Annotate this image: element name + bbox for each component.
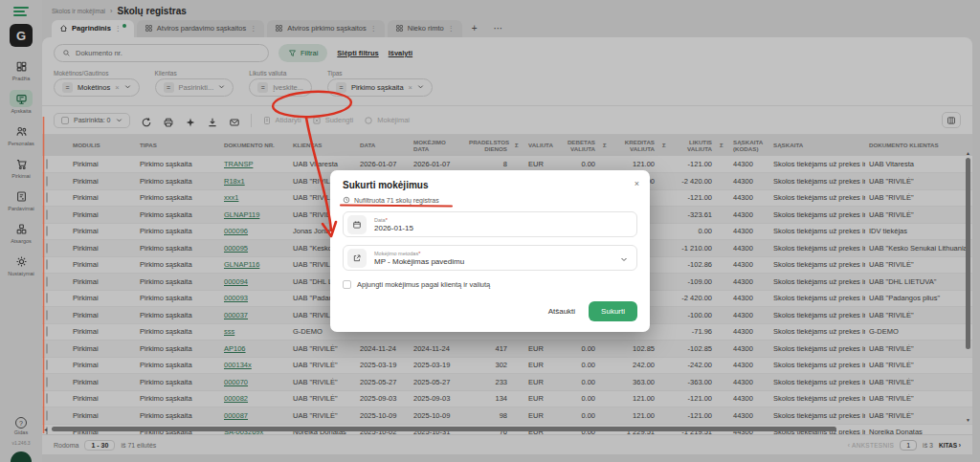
chevron-down-icon [620,250,628,267]
payment-method-label: Mokėjimo metodas* [374,251,464,256]
annotation-underline [340,205,453,208]
payment-method-value: MP - Mokėjimas pavedimu [374,257,464,266]
cancel-button[interactable]: Atšaukti [548,307,575,316]
create-payments-modal: Sukurti mokėjimus × Nufiltruota 71 skolų… [330,170,650,332]
modal-title: Sukurti mokėjimus [343,180,637,190]
calendar-icon [347,215,367,234]
merge-payments-checkbox[interactable] [343,280,351,289]
date-field-label: Data* [374,217,413,223]
external-link-icon [347,249,367,268]
date-field[interactable]: Data* 2026-01-15 [343,211,637,237]
filtered-count-info: Nufiltruota 71 skolų registras [343,196,439,204]
modal-actions: Atšaukti Sukurti [343,301,637,321]
date-field-value: 2026-01-15 [374,224,413,232]
merge-payments-checkbox-row[interactable]: Apjungti mokėjimus pagal klientą ir vali… [343,280,637,289]
payment-method-field[interactable]: Mokėjimo metodas* MP - Mokėjimas pavedim… [343,245,637,271]
merge-payments-label: Apjungti mokėjimus pagal klientą ir vali… [357,280,490,289]
filtered-count-label: Nufiltruota 71 skolų registras [354,197,439,204]
create-button[interactable]: Sukurti [589,301,637,321]
close-icon[interactable]: × [635,179,639,188]
clock-icon [343,196,350,204]
